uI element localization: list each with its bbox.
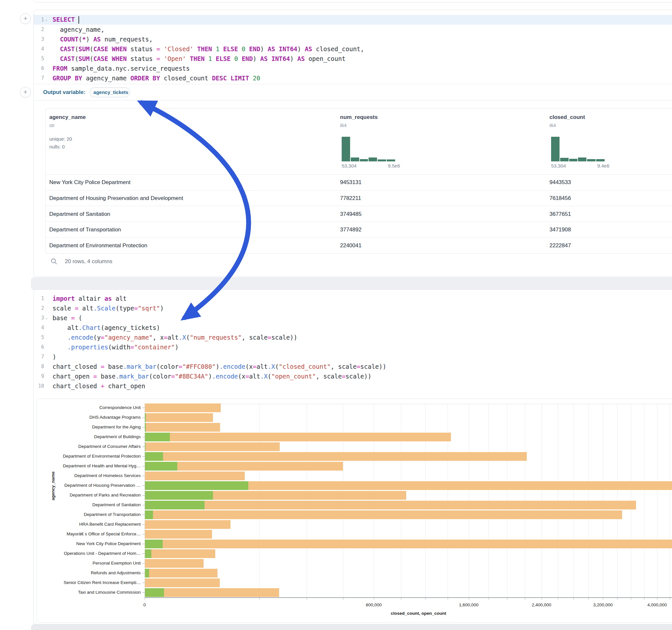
bar-open-count bbox=[145, 539, 163, 548]
code-token: closed_count, bbox=[312, 45, 364, 52]
code-token: scale)) bbox=[360, 363, 386, 370]
code-line: 4 alt.Chart(agency_tickets) bbox=[34, 323, 672, 333]
bar-closed-count bbox=[145, 442, 280, 451]
code-token: chart_closed bbox=[52, 363, 101, 370]
previous-cell-edge bbox=[33, 0, 672, 3]
code-token: END bbox=[249, 45, 260, 52]
code-token: ) bbox=[290, 55, 297, 62]
line-number: 1 bbox=[34, 17, 44, 23]
fold-chevron-icon[interactable]: ⌄ bbox=[44, 18, 49, 21]
line-gutter: 9 bbox=[34, 373, 49, 379]
cell-agency-name: New York City Police Department bbox=[49, 179, 130, 186]
code-token: ) bbox=[52, 353, 56, 360]
add-cell-button[interactable]: + bbox=[20, 87, 31, 98]
code-token: = bbox=[164, 334, 167, 341]
code-token bbox=[52, 35, 60, 43]
code-token: GROUP BY bbox=[52, 75, 82, 82]
column-name: agency_name bbox=[49, 114, 86, 121]
bar-closed-count bbox=[145, 520, 231, 529]
fold-chevron-icon[interactable]: ⌄ bbox=[44, 316, 49, 319]
y-tick bbox=[142, 408, 145, 408]
line-number: 3 bbox=[34, 36, 44, 42]
column-header-agency_name[interactable]: agency_namestr bbox=[49, 114, 86, 128]
code-token: ( bbox=[75, 314, 82, 321]
line-number: 9 bbox=[34, 373, 44, 379]
code-token: scale bbox=[52, 305, 75, 312]
line-gutter: 5 bbox=[34, 56, 49, 62]
code-token: ( bbox=[90, 45, 93, 52]
x-axis-tick-label: 1,600,000 bbox=[459, 602, 478, 607]
x-tick bbox=[558, 597, 558, 600]
code-token: .X bbox=[178, 334, 186, 341]
code-token: CASE bbox=[93, 55, 108, 62]
bar-closed-count bbox=[145, 433, 451, 441]
x-tick bbox=[507, 597, 507, 600]
code-token: "sqrt" bbox=[138, 305, 160, 312]
column-header-closed_count[interactable]: closed_counti64 bbox=[549, 114, 585, 128]
x-tick bbox=[401, 597, 401, 600]
code-token: ( bbox=[186, 334, 190, 341]
x-tick bbox=[573, 597, 574, 600]
column-name: num_requests bbox=[340, 114, 378, 121]
bar-open-count bbox=[145, 413, 146, 422]
output-variable-pill[interactable]: agency_tickets bbox=[90, 88, 130, 97]
sql-editor[interactable]: 1⌄SELECT 2 agency_name,3 COUNT(*) AS num… bbox=[34, 15, 672, 83]
code-token: 1 bbox=[216, 45, 219, 52]
histogram-bar bbox=[360, 159, 368, 162]
code-token: .encode bbox=[212, 373, 238, 380]
line-gutter: 2 bbox=[34, 27, 49, 32]
code-token: sample_data.nyc.service_requests bbox=[67, 65, 190, 72]
histogram-label: 53,304 bbox=[551, 163, 566, 169]
histogram-bar bbox=[560, 158, 569, 162]
notebook-page: + + 1⌄SELECT 2 agency_name,3 COUNT(*) AS… bbox=[0, 0, 672, 630]
code-token: AS bbox=[297, 55, 305, 62]
code-token: CASE bbox=[93, 45, 108, 52]
search-icon[interactable] bbox=[51, 258, 58, 265]
add-cell-button[interactable]: + bbox=[20, 13, 31, 24]
code-token: 1 bbox=[209, 55, 212, 62]
column-type: str bbox=[49, 122, 86, 128]
code-token: "num_requests" bbox=[190, 334, 241, 341]
code-token: (type bbox=[116, 305, 134, 312]
line-gutter: 3⌄ bbox=[34, 315, 49, 321]
code-token bbox=[205, 55, 208, 62]
code-token: 0 bbox=[234, 55, 238, 62]
code-content: chart_closed = base.mark_bar(color="#FFC… bbox=[49, 363, 386, 370]
code-token bbox=[186, 55, 190, 62]
bar-closed-count bbox=[145, 404, 221, 412]
cell-value: 9453131 bbox=[340, 179, 361, 186]
code-token: ( bbox=[75, 55, 78, 62]
y-axis-label: Department of Homeless Services bbox=[44, 473, 141, 478]
column-header-num_requests[interactable]: num_requestsi64 bbox=[340, 114, 378, 128]
bar-closed-count bbox=[145, 413, 213, 422]
code-token: (color bbox=[156, 363, 178, 370]
line-gutter: 1⌄ bbox=[34, 17, 49, 23]
code-token: closed_count bbox=[160, 75, 212, 82]
bar-closed-count bbox=[145, 549, 215, 558]
code-content: COUNT(*) AS num_requests, bbox=[49, 35, 153, 43]
code-token: + bbox=[101, 382, 104, 390]
code-token bbox=[52, 55, 60, 62]
code-token: , scale bbox=[242, 334, 268, 341]
bar-closed-count bbox=[145, 423, 220, 432]
y-tick bbox=[142, 583, 145, 583]
code-token: ORDER BY bbox=[130, 75, 160, 82]
line-gutter: 1 bbox=[34, 295, 49, 301]
line-gutter: 8 bbox=[34, 364, 49, 369]
code-token: "#8BC34A" bbox=[175, 373, 209, 380]
code-token: = bbox=[268, 334, 271, 341]
python-editor[interactable]: 1import altair as alt2scale = alt.Scale(… bbox=[34, 294, 672, 391]
histogram-bar bbox=[569, 159, 578, 162]
table-row: Department of Housing Preservation and D… bbox=[46, 190, 672, 207]
bar-closed-count bbox=[145, 510, 622, 519]
bar-open-count bbox=[145, 433, 170, 441]
table-footer: 20 rows, 4 columns bbox=[51, 256, 112, 267]
code-token: "agency_name" bbox=[104, 334, 153, 341]
code-token: alt bbox=[52, 324, 78, 331]
bar-open-count bbox=[145, 462, 177, 470]
y-tick bbox=[142, 466, 145, 466]
y-tick bbox=[142, 417, 145, 418]
y-tick bbox=[142, 573, 145, 573]
line-gutter: 6 bbox=[34, 344, 49, 350]
x-tick bbox=[145, 597, 145, 600]
